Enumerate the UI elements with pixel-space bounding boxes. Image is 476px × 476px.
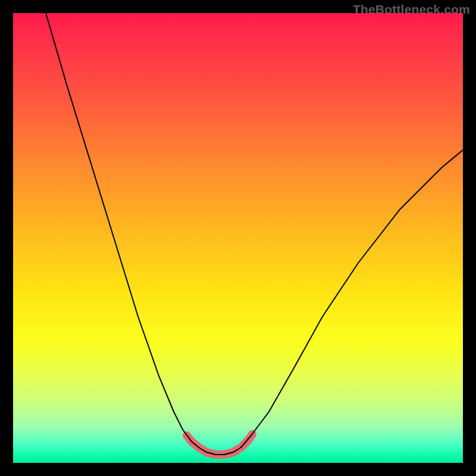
plot-area [13,13,463,463]
curve-svg [13,13,463,463]
right-branch-line [241,150,463,447]
chart-frame: TheBottleneck.com [0,0,476,476]
left-branch-line [46,13,199,447]
valley-highlight-line [187,434,252,455]
